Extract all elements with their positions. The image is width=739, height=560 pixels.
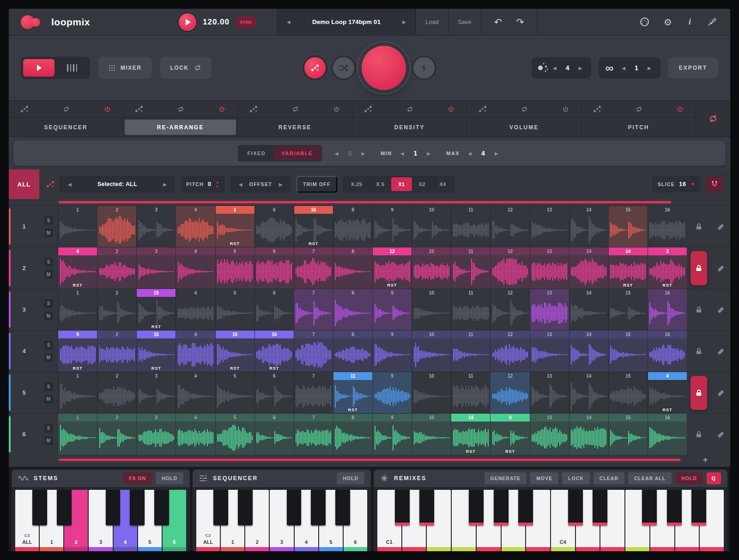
track-erase-button[interactable]: [716, 306, 725, 314]
snap-button[interactable]: [706, 176, 723, 193]
fixed-value-prev[interactable]: ◀: [332, 149, 341, 158]
random-steps-prev[interactable]: ◀: [550, 64, 559, 72]
power-icon[interactable]: [562, 106, 569, 113]
slice-cell[interactable]: 2: [97, 414, 136, 455]
slice-cell[interactable]: 11: [451, 372, 490, 413]
export-button[interactable]: EXPORT: [668, 57, 718, 78]
solo-button[interactable]: S: [44, 258, 53, 266]
tab-label[interactable]: RE-ARRANGE: [125, 120, 236, 135]
remix-clear-button[interactable]: CLEAR: [594, 472, 624, 484]
offset-prev[interactable]: ◀: [236, 180, 245, 189]
add-button[interactable]: +: [685, 455, 726, 465]
slice-cell[interactable]: 15RST: [136, 331, 176, 372]
mute-button[interactable]: M: [44, 229, 53, 237]
slice-cell[interactable]: 14: [569, 372, 608, 413]
keys-mode-button[interactable]: [57, 59, 88, 77]
remix-clear-all-button[interactable]: CLEAR ALL: [628, 472, 672, 484]
mute-button[interactable]: M: [44, 353, 53, 362]
play-button[interactable]: [179, 13, 196, 31]
slice-cell[interactable]: 8: [333, 289, 372, 330]
slice-cell[interactable]: 14: [569, 206, 608, 247]
slice-cell[interactable]: 11RST: [333, 372, 372, 413]
mute-button[interactable]: M: [44, 312, 53, 320]
piano-key-black[interactable]: [287, 490, 302, 525]
slice-cell[interactable]: 7: [294, 414, 333, 455]
slice-cell[interactable]: 13: [530, 331, 569, 372]
piano-key-black[interactable]: [130, 490, 145, 525]
record-button[interactable]: [362, 46, 406, 90]
slice-cell[interactable]: 11: [451, 247, 490, 289]
slice-cell[interactable]: 10: [412, 206, 451, 247]
midi-icon[interactable]: [640, 18, 649, 26]
slice-cell[interactable]: 7: [294, 289, 333, 330]
slice-cell[interactable]: 1: [58, 289, 97, 330]
track-lock-button[interactable]: [691, 334, 707, 368]
slice-cell[interactable]: 12: [490, 372, 529, 413]
tab-re-arrange[interactable]: RE-ARRANGE: [123, 101, 238, 137]
selection-prev[interactable]: ◀: [65, 180, 74, 189]
tab-volume[interactable]: VOLUME: [467, 101, 582, 137]
track-erase-button[interactable]: [716, 389, 725, 397]
mixer-button[interactable]: MIXER: [98, 57, 152, 79]
sync-button[interactable]: SYNC: [236, 16, 256, 28]
rate-x.25[interactable]: X.25: [344, 177, 370, 191]
piano-key-black[interactable]: [335, 490, 350, 525]
slice-cell[interactable]: 14: [569, 247, 608, 289]
slice-cell[interactable]: 14: [569, 289, 608, 330]
piano-key-black[interactable]: [593, 490, 607, 525]
selection-next[interactable]: ▶: [160, 180, 170, 189]
slice-cell[interactable]: 8: [333, 247, 372, 289]
slice-cell[interactable]: 4: [176, 414, 215, 455]
piano-key-black[interactable]: [419, 490, 434, 525]
slice-cell[interactable]: 5: [215, 372, 254, 413]
track-erase-button[interactable]: [716, 223, 725, 231]
slice-cell[interactable]: 13: [530, 206, 569, 247]
slice-cell[interactable]: 13: [530, 247, 569, 289]
slice-cell[interactable]: 16: [648, 414, 687, 455]
track-lock-button[interactable]: [691, 417, 707, 452]
slice-cell[interactable]: 14: [569, 331, 608, 372]
slice-cell[interactable]: 13: [530, 414, 569, 455]
slice-cell[interactable]: 5: [215, 247, 254, 289]
tab-label[interactable]: DENSITY: [354, 120, 465, 135]
track-lock-button[interactable]: [691, 210, 707, 244]
bpm-display[interactable]: 120.00: [203, 18, 230, 27]
tab-label[interactable]: VOLUME: [468, 120, 580, 135]
remixes-hold-button[interactable]: HOLD: [675, 472, 703, 484]
tab-density[interactable]: DENSITY: [352, 101, 467, 137]
slice-cell[interactable]: 10: [412, 414, 451, 455]
remix-lock-button[interactable]: LOCK: [562, 472, 590, 484]
slice-cell[interactable]: 9: [372, 331, 412, 372]
loop-icon[interactable]: [177, 106, 184, 113]
slice-cell[interactable]: 6: [254, 206, 294, 247]
load-button[interactable]: Load: [416, 9, 448, 35]
fx-on-button[interactable]: FX ON: [123, 472, 152, 484]
slice-cell[interactable]: 10: [412, 289, 451, 330]
preset-next-button[interactable]: ▶: [400, 18, 409, 26]
slice-cell[interactable]: 14RST: [608, 247, 648, 289]
slice-cell[interactable]: 16: [648, 289, 687, 330]
loop-count-next[interactable]: ▶: [645, 64, 654, 72]
slice-cell[interactable]: 9: [372, 372, 412, 413]
fixed-button[interactable]: FIXED: [239, 146, 273, 160]
slice-cell[interactable]: 15: [608, 289, 648, 330]
piano-key-black[interactable]: [518, 490, 533, 525]
slice-cell[interactable]: 1: [58, 372, 97, 413]
slice-cell[interactable]: 15: [608, 331, 648, 372]
solo-button[interactable]: S: [44, 216, 53, 225]
slice-cell[interactable]: 3: [136, 372, 176, 413]
track-erase-button[interactable]: [716, 347, 725, 355]
slice-cell[interactable]: 4: [176, 247, 215, 289]
random-icon[interactable]: [479, 105, 486, 113]
slice-cell[interactable]: 10: [412, 331, 451, 372]
random-icon[interactable]: [364, 105, 372, 113]
loop-icon[interactable]: [521, 106, 528, 113]
playback-mode-button[interactable]: [23, 59, 55, 77]
piano-key-black[interactable]: [395, 490, 410, 525]
slice-cell[interactable]: 8: [333, 414, 372, 455]
solo-button[interactable]: S: [44, 341, 53, 349]
piano-key-black[interactable]: [469, 490, 484, 525]
slice-cell[interactable]: 15: [608, 206, 648, 247]
tab-reverse[interactable]: REVERSE: [238, 101, 352, 137]
slice-cell[interactable]: 1: [58, 414, 97, 455]
